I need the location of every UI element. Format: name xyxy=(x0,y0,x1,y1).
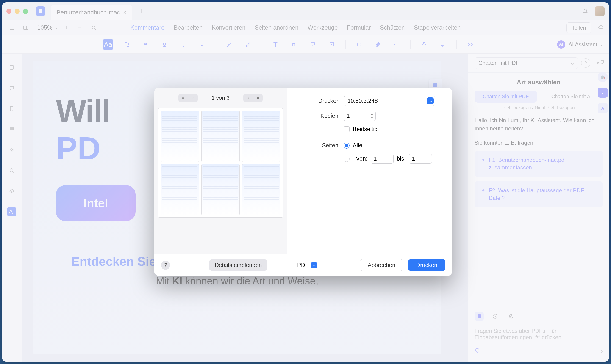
tab-werkzeuge[interactable]: Werkzeuge xyxy=(307,23,338,33)
check-rail-icon[interactable]: ✓ xyxy=(598,88,608,98)
printer-label: Drucker: xyxy=(301,98,340,104)
user-avatar[interactable] xyxy=(595,6,605,16)
pages-label: Seiten: xyxy=(301,142,340,149)
zoom-control[interactable]: 105% ⌵ xyxy=(37,24,57,31)
ai-assistant-button[interactable]: AI AI Assistent ⌵ xyxy=(557,40,604,49)
svg-point-38 xyxy=(602,63,602,64)
copies-stepper[interactable]: ▲▼ xyxy=(370,112,374,120)
tab-kommentare[interactable]: Kommentare xyxy=(131,23,165,33)
note-tool[interactable] xyxy=(327,39,337,50)
pdf-dropdown[interactable]: PDF ⌄ xyxy=(297,262,317,268)
share-button[interactable]: Teilen xyxy=(566,23,591,33)
next-page-button[interactable]: › xyxy=(243,93,253,102)
document-tab[interactable]: Benutzerhandbuch-mac × xyxy=(51,5,132,20)
callout-tool[interactable] xyxy=(308,39,318,50)
zoom-in-icon[interactable]: + xyxy=(62,23,71,32)
fields-icon[interactable] xyxy=(7,125,16,134)
squiggly-tool[interactable] xyxy=(178,39,188,50)
history-icon[interactable] xyxy=(491,312,500,321)
tab-konvertieren[interactable]: Konvertieren xyxy=(212,23,245,33)
maximize-window[interactable] xyxy=(23,9,28,14)
show-comments-tool[interactable] xyxy=(465,39,476,50)
first-page-button[interactable]: « xyxy=(178,93,188,102)
print-button[interactable]: Drucken xyxy=(408,259,445,271)
help-button[interactable]: ? xyxy=(161,261,170,270)
highlighter-tool[interactable] xyxy=(224,39,235,50)
layers-icon[interactable] xyxy=(7,187,16,196)
preview-thumb[interactable] xyxy=(201,111,240,162)
close-tab-icon[interactable]: × xyxy=(123,9,126,16)
expand-icon[interactable]: › xyxy=(601,348,603,355)
chat-mode-select[interactable]: Chatten mit PDF ⌵ xyxy=(475,57,578,69)
attachment-tool[interactable] xyxy=(373,39,383,50)
bookmarks-icon[interactable] xyxy=(7,104,16,113)
area-highlight-tool[interactable] xyxy=(121,39,132,50)
fit-page-icon[interactable] xyxy=(89,23,98,32)
hint-icon[interactable] xyxy=(475,348,480,355)
settings-rail-icon[interactable] xyxy=(598,57,607,66)
tab-schutzen[interactable]: Schützen xyxy=(380,23,405,33)
ai-rail-icon[interactable]: AI xyxy=(7,207,16,216)
settings-icon[interactable] xyxy=(507,312,516,321)
translate-rail-icon[interactable]: A xyxy=(598,103,608,113)
close-window[interactable] xyxy=(6,9,12,14)
panel-toggle-icon[interactable] xyxy=(21,23,30,32)
tab-stapelverarbeiten[interactable]: Stapelverarbeiten xyxy=(414,23,461,33)
svg-point-26 xyxy=(10,169,13,172)
text-tool[interactable]: T xyxy=(270,39,281,50)
new-tab-button[interactable]: + xyxy=(139,7,143,15)
attach-pdf-icon[interactable] xyxy=(475,312,484,321)
show-details-button[interactable]: Details einblenden xyxy=(209,260,267,271)
text-highlight-tool[interactable]: Aa xyxy=(103,39,113,50)
printer-select[interactable]: 10.80.3.248 ⇅ xyxy=(344,96,435,106)
measure-tool[interactable] xyxy=(392,39,402,50)
strikethrough-tool[interactable] xyxy=(140,39,151,50)
caret-tool[interactable] xyxy=(197,39,207,50)
preview-thumb[interactable] xyxy=(161,164,199,215)
notifications-icon[interactable] xyxy=(583,7,588,15)
tab-bearbeiten[interactable]: Bearbeiten xyxy=(174,23,202,33)
attachments-icon[interactable] xyxy=(7,145,16,155)
robot-rail-icon[interactable]: 🤖 xyxy=(598,72,608,82)
from-input[interactable]: 1 xyxy=(371,154,394,164)
comments-icon[interactable] xyxy=(7,83,16,93)
last-page-button[interactable]: » xyxy=(253,93,263,102)
svg-rect-7 xyxy=(125,43,129,46)
preview-thumb[interactable] xyxy=(201,164,240,215)
stamp-tool[interactable] xyxy=(419,39,429,50)
svg-rect-17 xyxy=(395,44,399,45)
chat-input[interactable]: Fragen Sie etwas über PDFs. Für Eingabea… xyxy=(475,325,603,343)
copies-input[interactable]: 1 ▲▼ xyxy=(344,111,376,121)
minimize-window[interactable] xyxy=(15,9,20,14)
to-input[interactable]: 1 xyxy=(409,154,432,164)
cancel-button[interactable]: Abbrechen xyxy=(360,259,403,271)
chat-pdf-mode[interactable]: Chatten Sie mit PDF xyxy=(475,91,537,103)
signature-tool[interactable] xyxy=(438,39,448,50)
prompt-suggestion-1[interactable]: F1. Benutzerhandbuch-mac.pdf zusammenfas… xyxy=(475,151,603,177)
prev-page-button[interactable]: ‹ xyxy=(188,93,198,102)
underline-tool[interactable] xyxy=(159,39,170,50)
preview-thumb[interactable] xyxy=(242,164,280,215)
cloud-icon[interactable] xyxy=(598,24,604,31)
separator xyxy=(410,40,411,49)
preview-thumb[interactable] xyxy=(242,111,280,162)
pdf-label: PDF xyxy=(297,262,309,268)
pages-all-radio[interactable] xyxy=(344,143,349,149)
chat-ai-mode[interactable]: Chatten Sie mit AI xyxy=(540,91,603,103)
preview-thumbnails xyxy=(161,111,280,215)
eraser-tool[interactable] xyxy=(243,39,253,50)
duplex-checkbox[interactable] xyxy=(344,126,349,132)
tab-formular[interactable]: Formular xyxy=(347,23,371,33)
preview-thumb[interactable] xyxy=(161,111,199,162)
zoom-out-icon[interactable]: − xyxy=(76,23,85,32)
thumbnails-icon[interactable] xyxy=(7,63,16,72)
shape-tool[interactable] xyxy=(354,39,364,50)
textbox-tool[interactable]: T xyxy=(289,39,300,50)
help-icon[interactable]: ? xyxy=(581,58,590,68)
prompt-suggestion-2[interactable]: F2. Was ist die Hauptaussage der PDF-Dat… xyxy=(475,181,603,208)
search-icon[interactable] xyxy=(7,166,16,175)
tab-seiten-anordnen[interactable]: Seiten anordnen xyxy=(255,23,299,33)
pages-range-radio[interactable] xyxy=(344,156,349,162)
sidebar-toggle-icon[interactable] xyxy=(7,23,16,32)
pages-all-label: Alle xyxy=(353,142,362,149)
